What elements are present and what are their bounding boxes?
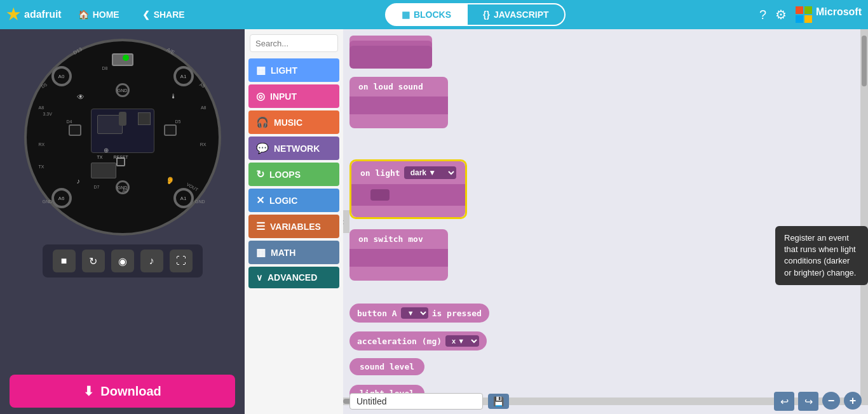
- led-green: [123, 55, 129, 61]
- on-light-header: on light dark ▼ bright ▼: [351, 161, 465, 184]
- on-switch-mov-block[interactable]: on switch mov: [349, 229, 448, 281]
- button-dropdown[interactable]: ▼ A B: [401, 307, 428, 319]
- main-layout: A0 A1 A6 A1 GND GND 👁 🌡 ♪ 👂 D13 A/E D5 A…: [0, 29, 868, 414]
- share-button[interactable]: ❮ SHARE: [136, 7, 191, 22]
- d7-label: D7: [94, 185, 100, 189]
- eye-icon: 👁: [77, 93, 85, 102]
- usb-port: [112, 53, 133, 66]
- input-label: INPUT: [270, 91, 297, 102]
- tab-javascript[interactable]: {} JAVASCRIPT: [468, 3, 566, 26]
- logic-label: LOGIC: [269, 196, 297, 206]
- zoom-out-button[interactable]: −: [822, 392, 840, 410]
- pad-gnd-t: GND: [116, 83, 130, 97]
- connector: [119, 112, 126, 126]
- d5-label: D5: [175, 119, 181, 124]
- stacked-block-3[interactable]: [349, 46, 432, 69]
- v-scrollbar-thumb[interactable]: [862, 36, 867, 86]
- blocks-icon: ▦: [402, 10, 410, 20]
- redo-icon: ↪: [804, 396, 813, 408]
- on-switch-mov-header: on switch mov: [349, 229, 448, 249]
- settings-button[interactable]: ⚙: [775, 7, 787, 22]
- input-icon: ◎: [256, 90, 265, 102]
- help-button[interactable]: ?: [759, 8, 766, 22]
- math-label: MATH: [271, 248, 295, 258]
- minus-icon: −: [828, 394, 835, 408]
- input-block-btn[interactable]: ◎ INPUT: [248, 84, 339, 108]
- ear-icon: 👂: [166, 177, 175, 185]
- stop-button[interactable]: ■: [53, 250, 76, 272]
- tooltip-text: Register an event that runs when light c…: [784, 233, 856, 277]
- bottom-connector: [91, 163, 116, 178]
- variables-label: VARIABLES: [270, 222, 321, 232]
- math-block-btn[interactable]: ▦ MATH: [248, 241, 339, 264]
- search-input[interactable]: [255, 39, 343, 48]
- network-icon: 💬: [256, 142, 269, 154]
- tab-blocks[interactable]: ▦ BLOCKS: [385, 3, 468, 26]
- tab-group: ▦ BLOCKS {} JAVASCRIPT: [201, 3, 749, 26]
- blocks-palette: 🔍 ▦ LIGHT ◎ INPUT 🎧 MUSIC 💬 NETWORK ↻ LO…: [245, 29, 343, 414]
- redo-button[interactable]: ↪: [798, 392, 818, 411]
- stop-icon: ■: [61, 255, 67, 267]
- chevron-left-icon: ‹: [343, 217, 344, 227]
- undo-icon: ↩: [780, 396, 789, 408]
- tooltip: Register an event that runs when light c…: [775, 226, 868, 285]
- home-button[interactable]: 🏠 HOME: [72, 7, 126, 22]
- sound-icon: ♪: [149, 255, 154, 267]
- star-icon: ★: [6, 6, 20, 23]
- on-light-block[interactable]: on light dark ▼ bright ▼: [349, 159, 467, 219]
- bottom-right-controls: ↩ ↪ − +: [774, 392, 862, 411]
- sound-level-block[interactable]: sound level: [349, 358, 424, 375]
- label-a8r: A8: [201, 105, 207, 110]
- label-a9: A9: [199, 82, 206, 88]
- zoom-in-button[interactable]: +: [844, 392, 862, 410]
- collapse-palette-button[interactable]: ‹: [343, 210, 349, 233]
- light-block-btn[interactable]: ▦ LIGHT: [248, 58, 339, 82]
- download-button[interactable]: ⬇ Download: [10, 375, 235, 408]
- share-icon: ❮: [142, 10, 150, 20]
- variables-block-btn[interactable]: ☰ VARIABLES: [248, 215, 339, 238]
- label-d5: D5: [40, 82, 47, 89]
- save-button[interactable]: 💾: [488, 394, 509, 409]
- advanced-block-btn[interactable]: ∨ ADVANCED: [248, 267, 339, 288]
- microsoft-logo: Microsoft: [796, 6, 862, 23]
- topnav-right: ? ⚙ Microsoft: [759, 6, 862, 23]
- v33-label: 3.3V: [43, 112, 52, 116]
- on-switch-mov-body: [349, 249, 448, 267]
- on-loud-sound-body: [349, 97, 448, 114]
- advanced-chevron-icon: ∨: [256, 272, 262, 283]
- network-label: NETWORK: [274, 144, 320, 154]
- js-icon: {}: [483, 10, 490, 20]
- fullscreen-button[interactable]: ⛶: [170, 250, 193, 272]
- acceleration-block[interactable]: acceleration (mg) x ▼ y ▼ z ▼: [349, 331, 487, 351]
- d8-label: D8: [102, 66, 108, 70]
- note-icon: ♪: [77, 177, 81, 185]
- on-loud-sound-block[interactable]: on loud sound: [349, 77, 448, 128]
- refresh-button[interactable]: ↻: [82, 250, 105, 272]
- logic-block-btn[interactable]: ✕ LOGIC: [248, 189, 339, 212]
- music-block-btn[interactable]: 🎧 MUSIC: [248, 110, 339, 134]
- button-a-block[interactable]: button A ▼ A B is pressed: [349, 304, 489, 323]
- v-scrollbar[interactable]: [860, 29, 868, 405]
- pad-bl: A6: [51, 188, 72, 208]
- screenshot-button[interactable]: ◉: [111, 250, 134, 272]
- device-panel: A0 A1 A6 A1 GND GND 👁 🌡 ♪ 👂 D13 A/E D5 A…: [0, 29, 245, 414]
- on-loud-sound-header: on loud sound: [349, 77, 448, 97]
- download-label: Download: [100, 384, 161, 399]
- label-gnd3: GND: [195, 199, 205, 204]
- pad-tr: A1: [173, 66, 194, 86]
- sound-level-label: sound level: [360, 362, 414, 371]
- advanced-label: ADVANCED: [268, 272, 317, 283]
- light-label: LIGHT: [271, 65, 297, 76]
- network-block-btn[interactable]: 💬 NETWORK: [248, 137, 339, 160]
- loops-block-btn[interactable]: ↻ LOOPS: [248, 163, 339, 186]
- sound-button[interactable]: ♪: [140, 250, 163, 272]
- topnav: ★ adafruit 🏠 HOME ❮ SHARE ▦ BLOCKS {} JA…: [0, 0, 868, 29]
- undo-button[interactable]: ↩: [774, 392, 794, 411]
- d4-label: D4: [67, 119, 72, 124]
- bottom-bar: 💾 ↩ ↪ − +: [343, 389, 868, 414]
- light-condition-dropdown[interactable]: dark ▼ bright ▼: [404, 166, 456, 179]
- project-name-input[interactable]: [349, 393, 483, 410]
- share-label: SHARE: [154, 10, 185, 20]
- axis-dropdown[interactable]: x ▼ y ▼ z ▼: [445, 335, 479, 347]
- light-icon: ▦: [256, 64, 266, 76]
